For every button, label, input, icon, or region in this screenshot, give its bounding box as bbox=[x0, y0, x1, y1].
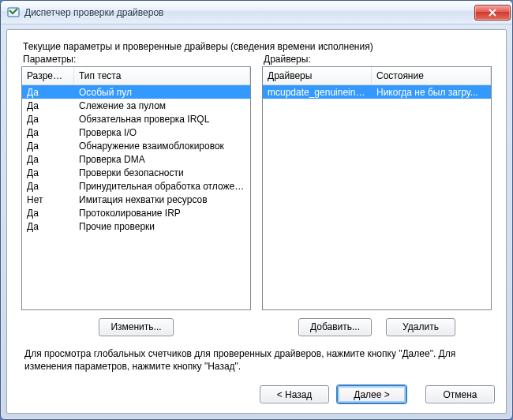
cell-test: Особый пул bbox=[74, 87, 250, 98]
close-icon bbox=[489, 9, 496, 17]
cell-test: Слежение за пулом bbox=[74, 100, 250, 111]
cell-allowed: Да bbox=[22, 114, 74, 125]
cell-allowed: Да bbox=[22, 127, 74, 138]
drivers-col-name[interactable]: Драйверы bbox=[263, 67, 372, 84]
drivers-body[interactable]: mcupdate_genuineintel.dllНикогда не был … bbox=[263, 85, 491, 309]
cell-allowed: Да bbox=[22, 181, 74, 192]
next-button[interactable]: Далее > bbox=[337, 385, 406, 403]
cell-allowed: Да bbox=[22, 221, 74, 232]
close-button[interactable] bbox=[474, 5, 511, 21]
cancel-button[interactable]: Отмена bbox=[425, 385, 495, 403]
table-row[interactable]: ДаПринудительная обработка отложен... bbox=[22, 179, 250, 193]
table-row[interactable]: ДаОсобый пул bbox=[22, 85, 250, 99]
hint-text: Для просмотра глобальных счетчиков для п… bbox=[24, 347, 489, 373]
drivers-listview[interactable]: Драйверы Состояние mcupdate_genuineintel… bbox=[262, 66, 492, 310]
params-col-allowed[interactable]: Разреше... bbox=[22, 67, 74, 84]
table-row[interactable]: ДаОбнаружение взаимоблокировок bbox=[22, 139, 250, 152]
drivers-label: Драйверы: bbox=[262, 54, 492, 65]
cell-allowed: Да bbox=[22, 100, 74, 111]
cell-test: Проверка DMA bbox=[74, 154, 250, 165]
params-col-test[interactable]: Тип теста bbox=[74, 67, 250, 84]
table-row[interactable]: НетИмитация нехватки ресурсов bbox=[22, 193, 250, 206]
cell-test: Обнаружение взаимоблокировок bbox=[74, 141, 250, 152]
cell-allowed: Да bbox=[22, 167, 74, 178]
table-row[interactable]: ДаПроверки безопасности bbox=[22, 166, 250, 179]
cell-test: Проверка I/O bbox=[74, 127, 250, 138]
cell-test: Имитация нехватки ресурсов bbox=[74, 194, 250, 205]
cell-allowed: Да bbox=[22, 141, 74, 152]
cell-test: Принудительная обработка отложен... bbox=[74, 181, 250, 192]
table-row[interactable]: ДаПрочие проверки bbox=[22, 219, 250, 233]
params-label: Параметры: bbox=[21, 54, 251, 65]
back-button[interactable]: < Назад bbox=[260, 385, 329, 403]
cell-test: Проверки безопасности bbox=[74, 167, 250, 178]
change-button[interactable]: Изменить... bbox=[99, 318, 173, 336]
app-icon bbox=[7, 6, 20, 19]
titlebar[interactable]: Диспетчер проверки драйверов bbox=[1, 1, 512, 24]
cell-allowed: Нет bbox=[22, 194, 74, 205]
wizard-footer: < Назад Далее > Отмена bbox=[18, 373, 495, 403]
client-area: Текущие параметры и проверенные драйверы… bbox=[6, 29, 507, 414]
page-caption: Текущие параметры и проверенные драйверы… bbox=[23, 41, 495, 52]
cell-test: Прочие проверки bbox=[74, 221, 250, 232]
cell-allowed: Да bbox=[22, 154, 74, 165]
window-title: Диспетчер проверки драйверов bbox=[24, 7, 474, 18]
cell-test: Обязательная проверка IRQL bbox=[74, 114, 250, 125]
table-row[interactable]: ДаОбязательная проверка IRQL bbox=[22, 112, 250, 126]
cell-allowed: Да bbox=[22, 87, 74, 98]
table-row[interactable]: ДаСлежение за пулом bbox=[22, 99, 250, 112]
delete-button[interactable]: Удалить bbox=[386, 318, 455, 336]
cell-test: Протоколирование IRP bbox=[74, 208, 250, 219]
params-header: Разреше... Тип теста bbox=[22, 67, 250, 85]
cell-driver: mcupdate_genuineintel.dll bbox=[263, 87, 372, 98]
cell-status: Никогда не был загру... bbox=[372, 87, 491, 98]
cell-allowed: Да bbox=[22, 208, 74, 219]
table-row[interactable]: ДаПротоколирование IRP bbox=[22, 206, 250, 219]
table-row[interactable]: ДаПроверка I/O bbox=[22, 126, 250, 139]
params-listview[interactable]: Разреше... Тип теста ДаОсобый пулДаСлеже… bbox=[21, 66, 251, 310]
params-body[interactable]: ДаОсобый пулДаСлежение за пуломДаОбязате… bbox=[22, 85, 250, 309]
table-row[interactable]: mcupdate_genuineintel.dllНикогда не был … bbox=[263, 85, 491, 99]
table-row[interactable]: ДаПроверка DMA bbox=[22, 152, 250, 166]
add-button[interactable]: Добавить... bbox=[298, 318, 372, 336]
window-frame: Диспетчер проверки драйверов Текущие пар… bbox=[0, 0, 513, 420]
drivers-col-status[interactable]: Состояние bbox=[372, 67, 491, 84]
drivers-header: Драйверы Состояние bbox=[263, 67, 491, 85]
